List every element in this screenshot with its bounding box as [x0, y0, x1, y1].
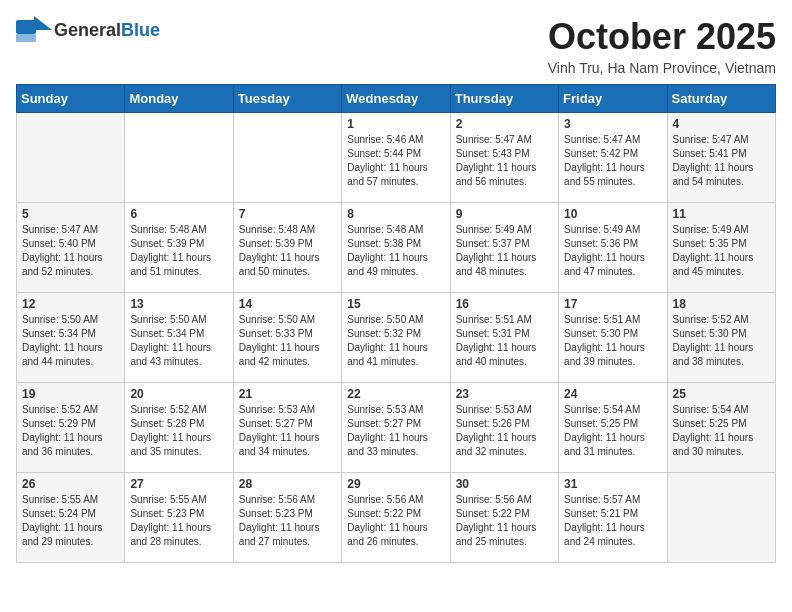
day-number: 17	[564, 297, 661, 311]
day-number: 2	[456, 117, 553, 131]
day-info: Sunrise: 5:47 AM Sunset: 5:43 PM Dayligh…	[456, 133, 553, 189]
day-info: Sunrise: 5:52 AM Sunset: 5:29 PM Dayligh…	[22, 403, 119, 459]
title-section: October 2025 Vinh Tru, Ha Nam Province, …	[548, 16, 776, 76]
svg-marker-1	[34, 16, 52, 30]
day-info: Sunrise: 5:55 AM Sunset: 5:23 PM Dayligh…	[130, 493, 227, 549]
calendar-cell: 28Sunrise: 5:56 AM Sunset: 5:23 PM Dayli…	[233, 473, 341, 563]
day-info: Sunrise: 5:50 AM Sunset: 5:32 PM Dayligh…	[347, 313, 444, 369]
day-info: Sunrise: 5:47 AM Sunset: 5:41 PM Dayligh…	[673, 133, 770, 189]
day-number: 26	[22, 477, 119, 491]
day-number: 10	[564, 207, 661, 221]
day-info: Sunrise: 5:49 AM Sunset: 5:35 PM Dayligh…	[673, 223, 770, 279]
day-number: 3	[564, 117, 661, 131]
day-number: 22	[347, 387, 444, 401]
logo: GeneralBlue	[16, 16, 160, 44]
day-info: Sunrise: 5:51 AM Sunset: 5:30 PM Dayligh…	[564, 313, 661, 369]
calendar-week-2: 12Sunrise: 5:50 AM Sunset: 5:34 PM Dayli…	[17, 293, 776, 383]
calendar-cell	[125, 113, 233, 203]
logo-icon	[16, 16, 52, 44]
day-info: Sunrise: 5:48 AM Sunset: 5:39 PM Dayligh…	[130, 223, 227, 279]
calendar-week-3: 19Sunrise: 5:52 AM Sunset: 5:29 PM Dayli…	[17, 383, 776, 473]
header-monday: Monday	[125, 85, 233, 113]
calendar-cell: 26Sunrise: 5:55 AM Sunset: 5:24 PM Dayli…	[17, 473, 125, 563]
day-info: Sunrise: 5:50 AM Sunset: 5:34 PM Dayligh…	[22, 313, 119, 369]
calendar-cell: 31Sunrise: 5:57 AM Sunset: 5:21 PM Dayli…	[559, 473, 667, 563]
calendar-cell: 13Sunrise: 5:50 AM Sunset: 5:34 PM Dayli…	[125, 293, 233, 383]
location-subtitle: Vinh Tru, Ha Nam Province, Vietnam	[548, 60, 776, 76]
page-container: GeneralBlue October 2025 Vinh Tru, Ha Na…	[16, 16, 776, 563]
header-saturday: Saturday	[667, 85, 775, 113]
day-info: Sunrise: 5:47 AM Sunset: 5:42 PM Dayligh…	[564, 133, 661, 189]
day-number: 7	[239, 207, 336, 221]
calendar-cell: 6Sunrise: 5:48 AM Sunset: 5:39 PM Daylig…	[125, 203, 233, 293]
calendar-cell	[17, 113, 125, 203]
day-number: 9	[456, 207, 553, 221]
calendar-cell: 9Sunrise: 5:49 AM Sunset: 5:37 PM Daylig…	[450, 203, 558, 293]
calendar-cell: 17Sunrise: 5:51 AM Sunset: 5:30 PM Dayli…	[559, 293, 667, 383]
day-info: Sunrise: 5:50 AM Sunset: 5:34 PM Dayligh…	[130, 313, 227, 369]
day-number: 6	[130, 207, 227, 221]
svg-rect-0	[16, 20, 36, 34]
day-info: Sunrise: 5:51 AM Sunset: 5:31 PM Dayligh…	[456, 313, 553, 369]
day-number: 15	[347, 297, 444, 311]
calendar-cell: 10Sunrise: 5:49 AM Sunset: 5:36 PM Dayli…	[559, 203, 667, 293]
calendar-cell: 29Sunrise: 5:56 AM Sunset: 5:22 PM Dayli…	[342, 473, 450, 563]
calendar-cell: 23Sunrise: 5:53 AM Sunset: 5:26 PM Dayli…	[450, 383, 558, 473]
header-thursday: Thursday	[450, 85, 558, 113]
calendar-cell: 8Sunrise: 5:48 AM Sunset: 5:38 PM Daylig…	[342, 203, 450, 293]
day-info: Sunrise: 5:54 AM Sunset: 5:25 PM Dayligh…	[564, 403, 661, 459]
logo-blue: Blue	[121, 20, 160, 40]
day-number: 28	[239, 477, 336, 491]
calendar-cell: 25Sunrise: 5:54 AM Sunset: 5:25 PM Dayli…	[667, 383, 775, 473]
day-number: 29	[347, 477, 444, 491]
calendar-cell: 19Sunrise: 5:52 AM Sunset: 5:29 PM Dayli…	[17, 383, 125, 473]
calendar-cell: 5Sunrise: 5:47 AM Sunset: 5:40 PM Daylig…	[17, 203, 125, 293]
day-number: 23	[456, 387, 553, 401]
day-number: 4	[673, 117, 770, 131]
calendar-cell: 22Sunrise: 5:53 AM Sunset: 5:27 PM Dayli…	[342, 383, 450, 473]
day-info: Sunrise: 5:57 AM Sunset: 5:21 PM Dayligh…	[564, 493, 661, 549]
day-number: 21	[239, 387, 336, 401]
calendar-cell: 7Sunrise: 5:48 AM Sunset: 5:39 PM Daylig…	[233, 203, 341, 293]
day-number: 8	[347, 207, 444, 221]
logo-general: General	[54, 20, 121, 40]
calendar-cell	[233, 113, 341, 203]
day-info: Sunrise: 5:52 AM Sunset: 5:28 PM Dayligh…	[130, 403, 227, 459]
day-number: 13	[130, 297, 227, 311]
day-info: Sunrise: 5:53 AM Sunset: 5:27 PM Dayligh…	[239, 403, 336, 459]
day-number: 20	[130, 387, 227, 401]
calendar-cell: 21Sunrise: 5:53 AM Sunset: 5:27 PM Dayli…	[233, 383, 341, 473]
day-number: 24	[564, 387, 661, 401]
header: GeneralBlue October 2025 Vinh Tru, Ha Na…	[16, 16, 776, 76]
calendar-cell: 18Sunrise: 5:52 AM Sunset: 5:30 PM Dayli…	[667, 293, 775, 383]
day-info: Sunrise: 5:48 AM Sunset: 5:38 PM Dayligh…	[347, 223, 444, 279]
day-number: 16	[456, 297, 553, 311]
calendar-cell: 12Sunrise: 5:50 AM Sunset: 5:34 PM Dayli…	[17, 293, 125, 383]
day-info: Sunrise: 5:54 AM Sunset: 5:25 PM Dayligh…	[673, 403, 770, 459]
month-title: October 2025	[548, 16, 776, 58]
day-info: Sunrise: 5:53 AM Sunset: 5:26 PM Dayligh…	[456, 403, 553, 459]
header-sunday: Sunday	[17, 85, 125, 113]
day-number: 31	[564, 477, 661, 491]
day-info: Sunrise: 5:53 AM Sunset: 5:27 PM Dayligh…	[347, 403, 444, 459]
day-info: Sunrise: 5:47 AM Sunset: 5:40 PM Dayligh…	[22, 223, 119, 279]
day-number: 14	[239, 297, 336, 311]
day-number: 27	[130, 477, 227, 491]
calendar-cell: 11Sunrise: 5:49 AM Sunset: 5:35 PM Dayli…	[667, 203, 775, 293]
calendar-cell: 27Sunrise: 5:55 AM Sunset: 5:23 PM Dayli…	[125, 473, 233, 563]
day-info: Sunrise: 5:46 AM Sunset: 5:44 PM Dayligh…	[347, 133, 444, 189]
day-info: Sunrise: 5:55 AM Sunset: 5:24 PM Dayligh…	[22, 493, 119, 549]
day-number: 19	[22, 387, 119, 401]
day-number: 18	[673, 297, 770, 311]
day-info: Sunrise: 5:49 AM Sunset: 5:37 PM Dayligh…	[456, 223, 553, 279]
calendar-cell: 20Sunrise: 5:52 AM Sunset: 5:28 PM Dayli…	[125, 383, 233, 473]
header-wednesday: Wednesday	[342, 85, 450, 113]
day-number: 11	[673, 207, 770, 221]
calendar-cell: 4Sunrise: 5:47 AM Sunset: 5:41 PM Daylig…	[667, 113, 775, 203]
day-info: Sunrise: 5:56 AM Sunset: 5:22 PM Dayligh…	[347, 493, 444, 549]
day-number: 1	[347, 117, 444, 131]
calendar-week-1: 5Sunrise: 5:47 AM Sunset: 5:40 PM Daylig…	[17, 203, 776, 293]
day-number: 12	[22, 297, 119, 311]
day-number: 25	[673, 387, 770, 401]
weekday-header-row: Sunday Monday Tuesday Wednesday Thursday…	[17, 85, 776, 113]
